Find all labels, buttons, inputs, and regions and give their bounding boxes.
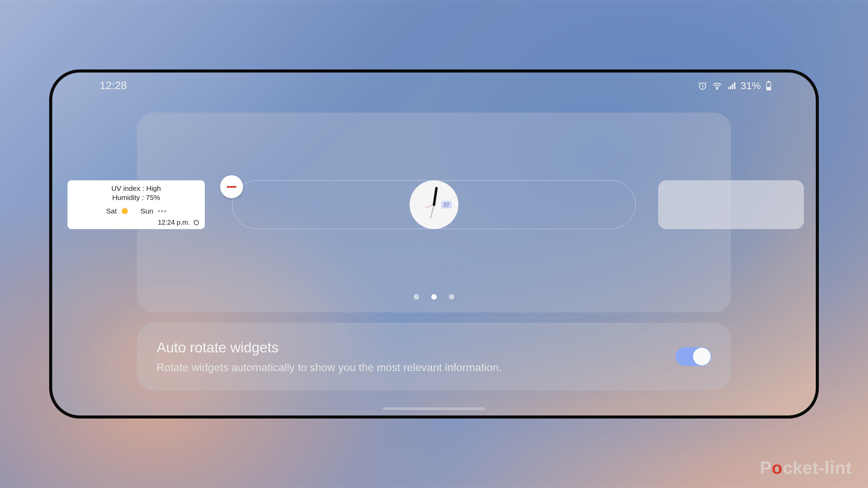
battery-percent: 31% [741,80,761,92]
clock-widget-preview[interactable]: 27 [410,180,458,229]
wifi-icon [712,82,722,90]
svg-rect-7 [768,81,770,82]
weather-forecast-row: Sat Sun [73,207,199,215]
page-dot-0[interactable] [414,294,419,300]
status-time: 12:28 [100,79,127,92]
svg-point-12 [433,203,435,206]
weather-humidity-line: Humidity : 75% [73,193,199,202]
weather-day-0: Sat [106,207,117,215]
weather-updated-time: 12:24 p.m. [158,219,190,226]
watermark: Pocket-lint [760,458,852,478]
status-icons-right: 31% [698,80,772,92]
minus-icon [227,186,236,188]
alarm-icon [698,81,707,90]
weather-day-1: Sun [141,207,153,215]
next-widget-preview[interactable] [658,180,804,229]
svg-rect-5 [734,82,735,89]
svg-rect-2 [728,87,729,89]
weather-uv-line: UV index : High [73,184,199,193]
clock-date-badge: 27 [441,201,452,208]
svg-rect-4 [732,84,733,89]
page-indicator[interactable] [414,294,454,300]
device-frame: 12:28 31% UV index : High Humidity : 75%… [49,69,819,419]
svg-rect-3 [730,86,731,89]
svg-line-9 [425,205,434,208]
signal-icon [727,82,736,90]
auto-rotate-toggle[interactable] [675,347,711,366]
svg-rect-8 [767,87,770,89]
page-dot-2[interactable] [449,294,454,300]
remove-widget-button[interactable] [220,175,243,198]
weather-widget-preview[interactable]: UV index : High Humidity : 75% Sat Sun 1… [67,180,205,229]
auto-rotate-panel: Auto rotate widgets Rotate widgets autom… [137,323,731,390]
auto-rotate-title: Auto rotate widgets [157,340,501,356]
svg-line-11 [434,188,436,205]
gesture-navigation-bar[interactable] [383,407,485,410]
sun-icon [122,208,128,214]
auto-rotate-description: Rotate widgets automatically to show you… [157,361,501,374]
active-widget-slot[interactable]: 27 [232,180,636,229]
page-dot-1[interactable] [431,294,437,300]
svg-line-10 [431,205,434,218]
battery-icon [766,81,772,90]
svg-point-1 [716,88,717,89]
status-bar: 12:28 31% [52,79,816,92]
toggle-knob [693,348,711,365]
cloudy-icon [158,210,166,212]
refresh-icon[interactable] [193,220,199,226]
widget-carousel-panel[interactable]: UV index : High Humidity : 75% Sat Sun 1… [137,113,731,312]
